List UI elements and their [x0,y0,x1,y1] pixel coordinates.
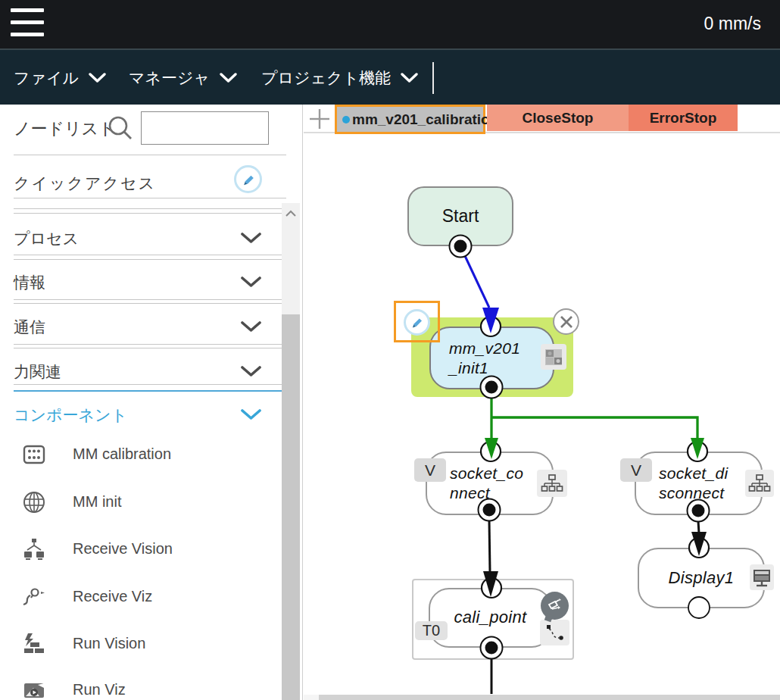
horizontal-scrollbar[interactable] [304,695,780,700]
divider [14,155,286,155]
pencil-icon [409,314,425,330]
node-label: mm_v201_init1 [449,339,527,377]
chevron-down-icon [220,73,237,83]
component-item-run-viz[interactable]: Run Viz [0,671,282,700]
chevron-down-icon [241,409,261,421]
node-label: Start [442,206,479,227]
node-label: Display1 [669,568,735,589]
section-label: 力関連 [14,361,61,383]
flow-area: Start mm_v201_init1 [304,105,780,700]
divider [14,208,286,209]
tab-closestop[interactable]: CloseStop [487,105,629,131]
globe-icon [21,489,47,515]
component-item-run-vision[interactable]: Run Vision [0,625,282,664]
chevron-down-icon [89,73,106,83]
component-label: Receive Viz [73,588,152,605]
divider-accent [14,390,286,392]
quick-access-label: クイックアクセス [14,173,156,194]
sidebar-scrollbar[interactable] [282,203,300,700]
scrollbar-thumb[interactable] [282,314,300,700]
menu-file[interactable]: ファイル [14,50,106,106]
flow-canvas[interactable]: Start mm_v201_init1 [304,105,780,700]
waypoint-path-icon [540,620,569,645]
node-display1[interactable]: Display1 [638,548,765,608]
hamburger-menu-button[interactable] [11,8,44,40]
sitemap-icon [537,470,567,497]
tab-errorstop[interactable]: ErrorStop [629,105,738,131]
component-item-mm-calibration[interactable]: MM calibration [0,436,282,475]
menu-project-functions-label: プロジェクト機能 [261,67,391,89]
node-label: cali_point [454,608,527,628]
node-start[interactable]: Start [407,186,513,246]
node-search-input[interactable] [141,111,269,145]
delete-node-button[interactable] [553,308,579,335]
divider [14,299,286,300]
program-tab-bar: mm_v201_calibration CloseStop ErrorStop [304,105,780,133]
sidebar-section-components[interactable]: コンポーネント [0,398,282,430]
menu-manager[interactable]: マネージャ [129,50,237,106]
sidebar-section-process[interactable]: プロセス [0,222,282,254]
tab-label: CloseStop [523,110,594,127]
section-label: コンポーネント [14,405,127,426]
toolbar-divider [432,62,434,94]
component-label: MM calibration [73,445,171,463]
add-tab-button[interactable] [307,106,332,132]
plus-icon [308,108,331,130]
component-item-receive-viz[interactable]: Receive Viz [0,578,282,617]
top-status-bar: 0 mm/s [0,0,780,48]
divider [14,213,286,214]
camera-icon [546,597,563,614]
tab-mm-v201-calibration[interactable]: mm_v201_calibration [335,105,485,134]
edit-node-button[interactable] [404,309,430,336]
divider [14,198,286,198]
node-socket-disconnect[interactable]: socket_disconnect [635,452,763,515]
section-label: プロセス [14,228,79,249]
scroll-up-button[interactable] [282,203,300,224]
chevron-down-icon [241,233,261,245]
variable-badge: V [620,458,652,482]
menu-file-label: ファイル [14,67,79,89]
node-label: socket_connect [450,464,525,502]
tab-label: ErrorStop [650,110,717,127]
component-label: Run Viz [73,681,126,698]
hamburger-bar [11,20,44,24]
chevron-down-icon [401,73,418,83]
node-cali-point[interactable]: cali_point [429,588,552,648]
speed-indicator: 0 mm/s [704,14,761,34]
component-label: MM init [73,493,121,511]
chevron-up-icon [285,210,297,217]
app-window: 0 mm/s ファイル マネージャ プロジェクト機能 [0,0,780,700]
hamburger-bar [11,33,44,36]
node-list-title: ノードリスト [14,117,116,140]
chevron-down-icon [241,366,261,378]
divider [14,259,286,260]
tool-badge: T0 [415,621,448,640]
camera-play-icon [21,677,47,700]
lightning-bricks-icon [21,631,47,657]
horizontal-scrollbar-thumb[interactable] [319,695,780,700]
display-monitor-icon [750,564,774,590]
camera-capture-badge[interactable] [541,592,569,620]
menu-manager-label: マネージャ [129,67,210,89]
section-label: 情報 [14,272,45,293]
dice-icon [21,442,47,467]
sidebar-section-communication[interactable]: 通信 [0,311,282,342]
divider [14,255,286,255]
divider [14,303,286,304]
component-item-receive-vision[interactable]: Receive Vision [0,530,282,570]
search-icon [106,114,135,146]
sidebar-section-information[interactable]: 情報 [0,266,282,298]
tab-label: mm_v201_calibration [352,111,498,128]
hamburger-bar [11,8,44,12]
sidebar-section-force[interactable]: 力関連 [0,355,282,387]
pencil-icon [240,171,257,188]
variable-badge: V [414,458,446,482]
node-label: socket_disconnect [659,464,734,502]
component-item-mm-init[interactable]: MM init [0,483,282,523]
menu-project-functions[interactable]: プロジェクト機能 [261,50,418,106]
divider [14,384,286,385]
tree-camera-icon [21,536,47,562]
divider [14,348,286,348]
node-mm-v201-init1[interactable]: mm_v201_init1 [429,327,554,389]
quick-access-edit-button[interactable] [234,165,262,193]
